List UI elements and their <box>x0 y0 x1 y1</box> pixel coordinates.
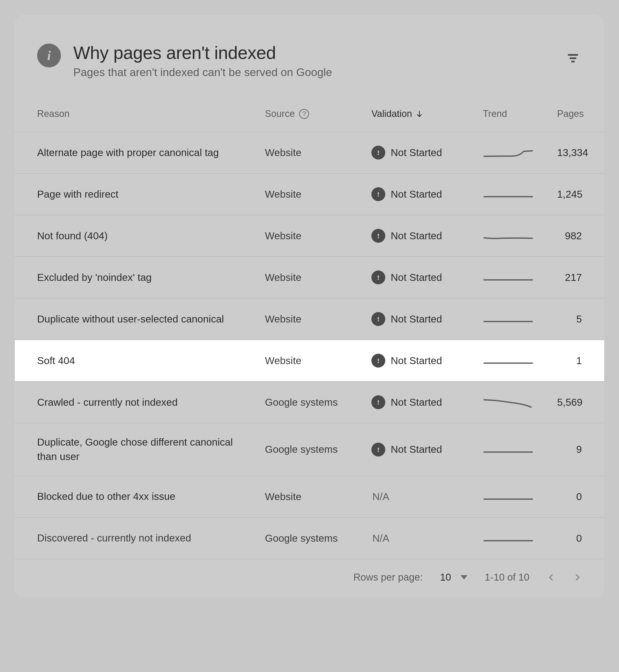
table-row[interactable]: Discovered - currently not indexedGoogle… <box>15 517 604 559</box>
svg-rect-9 <box>378 276 379 278</box>
reason-cell: Crawled - currently not indexed <box>37 395 265 410</box>
table-row[interactable]: Duplicate, Google chose different canoni… <box>15 423 604 476</box>
source-cell: Google systems <box>265 396 371 408</box>
col-validation[interactable]: Validation <box>371 109 483 119</box>
pagination-nav <box>547 573 582 582</box>
validation-text: Not Started <box>391 396 442 408</box>
header-text: Why pages aren't indexed Pages that aren… <box>73 42 552 79</box>
pages-cell: 9 <box>557 444 582 455</box>
svg-rect-0 <box>568 54 578 56</box>
validation-text: Not Started <box>391 313 442 325</box>
pages-cell: 217 <box>557 272 582 283</box>
svg-point-4 <box>377 154 379 155</box>
pages-cell: 1,245 <box>557 188 582 200</box>
trend-sparkline-icon <box>483 489 535 504</box>
table-row[interactable]: Not found (404)WebsiteNot Started982 <box>15 215 604 256</box>
table-header-row: Reason Source ? Validation Trend Pages <box>15 99 604 131</box>
svg-rect-7 <box>378 234 379 237</box>
source-cell: Website <box>265 188 371 200</box>
validation-cell: Not Started <box>371 146 483 160</box>
trend-sparkline-icon <box>483 395 535 410</box>
table-row[interactable]: Blocked due to other 4xx issueWebsiteN/A… <box>15 476 604 517</box>
filter-button[interactable] <box>564 49 582 67</box>
info-icon: i <box>37 44 61 67</box>
warning-icon <box>371 354 385 368</box>
warning-icon <box>371 395 385 409</box>
validation-text: N/A <box>372 491 389 503</box>
svg-point-12 <box>377 320 379 321</box>
table-row[interactable]: Excluded by 'noindex' tagWebsiteNot Star… <box>15 256 604 298</box>
trend-sparkline-icon <box>483 312 535 326</box>
pagination-range: 1-10 of 10 <box>485 572 529 583</box>
validation-cell: Not Started <box>371 443 483 456</box>
validation-cell: Not Started <box>371 395 483 409</box>
chevron-right-icon <box>573 573 582 582</box>
trend-sparkline-icon <box>483 442 535 457</box>
svg-rect-11 <box>378 317 379 320</box>
validation-text: Not Started <box>391 147 442 159</box>
table-row[interactable]: Duplicate without user-selected canonica… <box>15 298 604 340</box>
trend-sparkline-icon <box>483 353 535 368</box>
warning-icon <box>371 229 385 243</box>
pages-cell: 982 <box>557 230 582 242</box>
col-validation-label: Validation <box>371 109 412 119</box>
col-trend[interactable]: Trend <box>483 109 557 119</box>
svg-rect-1 <box>570 57 576 59</box>
pages-cell: 1 <box>557 355 582 367</box>
source-cell: Google systems <box>265 444 371 455</box>
trend-sparkline-icon <box>483 145 535 160</box>
reason-cell: Discovered - currently not indexed <box>37 531 265 545</box>
next-page-button[interactable] <box>573 573 582 582</box>
validation-cell: Not Started <box>371 270 483 284</box>
trend-sparkline-icon <box>483 270 535 285</box>
trend-sparkline-icon <box>483 531 535 546</box>
warning-icon <box>371 443 385 456</box>
validation-cell: Not Started <box>371 312 483 326</box>
col-source[interactable]: Source ? <box>265 109 371 119</box>
trend-cell <box>483 395 557 410</box>
table-footer: Rows per page: 10 1-10 of 10 <box>15 559 604 598</box>
rows-per-page-select[interactable]: 10 <box>440 572 468 583</box>
table-row[interactable]: Crawled - currently not indexedGoogle sy… <box>15 381 604 423</box>
table-row[interactable]: Page with redirectWebsiteNot Started1,24… <box>15 173 604 215</box>
validation-text: Not Started <box>391 188 442 200</box>
reason-cell: Not found (404) <box>37 229 265 243</box>
source-cell: Website <box>265 272 371 283</box>
svg-rect-3 <box>378 150 379 153</box>
filter-icon <box>566 51 579 65</box>
trend-cell <box>483 270 557 285</box>
warning-icon <box>371 146 385 160</box>
trend-cell <box>483 145 557 160</box>
reason-cell: Duplicate, Google chose different canoni… <box>37 435 265 464</box>
table-row[interactable]: Alternate page with proper canonical tag… <box>15 131 604 173</box>
reason-cell: Page with redirect <box>37 187 265 201</box>
trend-cell <box>483 489 557 504</box>
pages-cell: 13,334 <box>557 147 588 159</box>
pages-cell: 0 <box>557 533 582 544</box>
source-cell: Website <box>265 313 371 325</box>
reason-cell: Duplicate without user-selected canonica… <box>37 312 265 326</box>
warning-icon <box>371 187 385 201</box>
validation-text: Not Started <box>391 355 442 367</box>
card-subtitle: Pages that aren't indexed can't be serve… <box>73 66 552 79</box>
warning-icon <box>371 312 385 326</box>
svg-rect-2 <box>571 61 575 62</box>
reason-cell: Blocked due to other 4xx issue <box>37 489 265 503</box>
validation-cell: Not Started <box>371 229 483 243</box>
prev-page-button[interactable] <box>547 573 556 582</box>
svg-point-14 <box>377 362 379 363</box>
svg-rect-17 <box>378 447 379 450</box>
svg-rect-5 <box>378 192 379 195</box>
col-reason[interactable]: Reason <box>37 109 265 119</box>
rows-per-page-value: 10 <box>440 572 451 583</box>
reason-cell: Soft 404 <box>37 354 265 368</box>
validation-cell: N/A <box>371 533 483 544</box>
table-row[interactable]: Soft 404WebsiteNot Started1 <box>15 340 604 381</box>
help-icon[interactable]: ? <box>299 109 309 119</box>
card-header: i Why pages aren't indexed Pages that ar… <box>15 15 604 99</box>
col-pages[interactable]: Pages <box>557 109 584 119</box>
validation-text: Not Started <box>391 444 442 455</box>
svg-point-6 <box>377 195 379 197</box>
reason-cell: Excluded by 'noindex' tag <box>37 270 265 285</box>
source-cell: Website <box>265 491 371 503</box>
